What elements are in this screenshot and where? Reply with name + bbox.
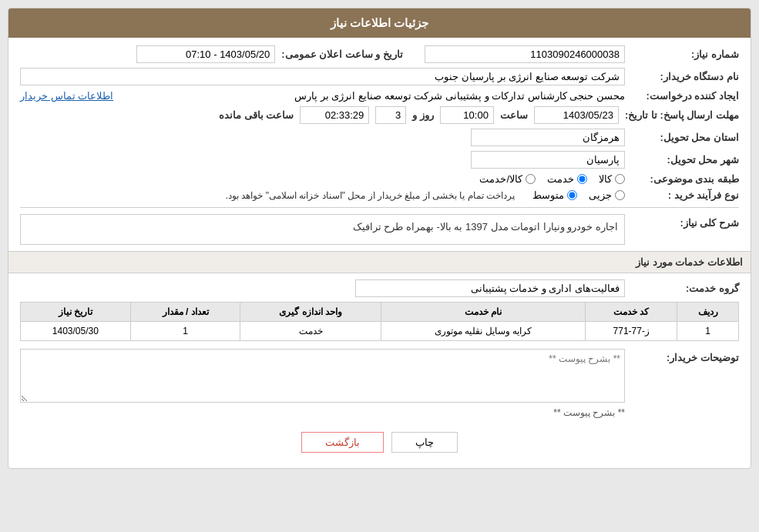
label-khedmat: خدمت <box>547 173 574 185</box>
services-table-header-row: ردیف کد خدمت نام خدمت واحد اندازه گیری ت… <box>21 303 739 322</box>
value-creator: محسن حنجی کارشناس تدارکات و پشتیبانی شرک… <box>119 90 625 102</box>
value-need-number: 1103090246000038 <box>425 45 625 63</box>
row-creator: ایجاد کننده درخواست: محسن حنجی کارشناس ت… <box>20 90 739 102</box>
services-table: ردیف کد خدمت نام خدمت واحد اندازه گیری ت… <box>20 302 739 341</box>
row-deadline: مهلت ارسال پاسخ: تا تاریخ: 1403/05/23 سا… <box>20 106 739 124</box>
deadline-time: 10:00 <box>440 106 494 124</box>
label-city: شهر محل تحویل: <box>631 154 739 166</box>
category-option-1: کالا <box>599 173 625 185</box>
deadline-date: 1403/05/23 <box>534 106 619 124</box>
label-description: شرح کلی نیاز: <box>631 214 739 229</box>
buyer-notes-textarea[interactable] <box>20 349 625 403</box>
services-section-header: اطلاعات خدمات مورد نیاز <box>8 251 751 273</box>
row-buyer-notes: توضیحات خریدار: ** بشرح پیوست ** <box>20 349 739 420</box>
radio-kala-khedmat[interactable] <box>526 174 536 184</box>
label-deadline-time: ساعت <box>500 109 528 121</box>
services-table-head: ردیف کد خدمت نام خدمت واحد اندازه گیری ت… <box>21 303 739 322</box>
label-need-number: شماره نیاز: <box>631 49 739 60</box>
label-jozi: جزیی <box>589 189 612 201</box>
buyer-notes-wrapper: ** بشرح پیوست ** <box>20 349 625 420</box>
label-province: استان محل تحویل: <box>631 132 739 143</box>
label-deadline-remaining: ساعت باقی مانده <box>219 109 294 121</box>
back-button[interactable]: بازگشت <box>301 432 384 453</box>
value-announce: 1403/05/20 - 07:10 <box>136 45 275 63</box>
buyer-notes-hint: ** بشرح پیوست ** <box>20 405 625 420</box>
cell-row: 1 <box>677 322 739 341</box>
row-province: استان محل تحویل: هرمزگان <box>20 129 739 146</box>
label-kala-khedmat: کالا/خدمت <box>479 173 522 185</box>
row-category: طبقه بندی موضوعی: کالا خدمت کالا/خدمت <box>20 173 739 185</box>
purchase-radio-group: جزیی متوسط <box>532 189 625 201</box>
radio-jozi[interactable] <box>615 190 625 200</box>
value-province: هرمزگان <box>471 129 625 146</box>
row-service-group: گروه خدمت: فعالیت‌های اداری و خدمات پشتی… <box>20 279 739 297</box>
divider-1 <box>20 207 739 208</box>
cell-unit: خدمت <box>240 322 381 341</box>
page-container: جزئیات اطلاعات نیاز شماره نیاز: 11030902… <box>0 0 759 532</box>
row-city: شهر محل تحویل: پارسیان <box>20 151 739 169</box>
col-qty: تعداد / مقدار <box>130 303 240 322</box>
col-date: تاریخ نیاز <box>21 303 131 322</box>
radio-kala[interactable] <box>615 174 625 184</box>
deadline-days: 3 <box>375 106 406 124</box>
col-name: نام خدمت <box>381 303 586 322</box>
cell-code: ز-77-771 <box>586 322 677 341</box>
label-service-group: گروه خدمت: <box>631 283 739 294</box>
row-need-number: شماره نیاز: 1103090246000038 تاریخ و ساع… <box>20 45 739 63</box>
radio-khedmat[interactable] <box>577 174 587 184</box>
card-body: شماره نیاز: 1103090246000038 تاریخ و ساع… <box>8 38 751 468</box>
row-purchase-type: نوع فرآیند خرید : جزیی متوسط پرداخت تمام… <box>20 189 739 201</box>
description-box-wrapper: اجاره خودرو ونیارا اتومات مدل 1397 به با… <box>20 214 625 245</box>
row-description: شرح کلی نیاز: اجاره خودرو ونیارا اتومات … <box>20 214 739 245</box>
col-unit: واحد اندازه گیری <box>240 303 381 322</box>
category-option-3: کالا/خدمت <box>479 173 536 185</box>
value-buyer-org: شرکت توسعه صنایع انرژی بر پارسیان جنوب <box>20 68 625 85</box>
services-table-body: 1 ز-77-771 کرایه وسایل نقلیه موتوری خدمت… <box>21 322 739 341</box>
category-option-2: خدمت <box>547 173 587 185</box>
label-category: طبقه بندی موضوعی: <box>631 173 739 185</box>
cell-date: 1403/05/30 <box>21 322 131 341</box>
row-buyer-org: نام دستگاه خریدار: شرکت توسعه صنایع انرژ… <box>20 68 739 85</box>
value-service-group: فعالیت‌های اداری و خدمات پشتیبانی <box>355 279 625 297</box>
description-value: اجاره خودرو ونیارا اتومات مدل 1397 به با… <box>20 214 625 245</box>
table-row: 1 ز-77-771 کرایه وسایل نقلیه موتوری خدمت… <box>21 322 739 341</box>
label-kala: کالا <box>599 173 612 185</box>
contact-link[interactable]: اطلاعات تماس خریدار <box>20 90 113 102</box>
print-button[interactable]: چاپ <box>391 432 458 453</box>
cell-name: کرایه وسایل نقلیه موتوری <box>381 322 586 341</box>
label-buyer-org: نام دستگاه خریدار: <box>631 71 739 82</box>
label-deadline: مهلت ارسال پاسخ: تا تاریخ: <box>625 109 739 121</box>
label-motevaset: متوسط <box>532 189 564 201</box>
category-radio-group: کالا خدمت کالا/خدمت <box>479 173 625 185</box>
payment-note: پرداخت تمام یا بخشی از مبلغ خریدار از مح… <box>226 190 515 201</box>
buttons-row: چاپ بازگشت <box>20 432 739 453</box>
page-title: جزئیات اطلاعات نیاز <box>8 8 751 38</box>
deadline-remaining: 02:33:29 <box>300 106 369 124</box>
col-row: ردیف <box>677 303 739 322</box>
label-announce: تاریخ و ساعت اعلان عمومی: <box>281 49 403 60</box>
purchase-option-1: جزیی <box>589 189 625 201</box>
value-city: پارسیان <box>471 151 625 169</box>
label-creator: ایجاد کننده درخواست: <box>631 90 739 102</box>
cell-qty: 1 <box>130 322 240 341</box>
radio-motevaset[interactable] <box>567 190 577 200</box>
label-deadline-days: روز و <box>412 109 434 121</box>
label-purchase-type: نوع فرآیند خرید : <box>631 189 739 201</box>
main-card: جزئیات اطلاعات نیاز شماره نیاز: 11030902… <box>8 8 751 469</box>
col-code: کد خدمت <box>586 303 677 322</box>
purchase-option-2: متوسط <box>532 189 577 201</box>
label-buyer-notes: توضیحات خریدار: <box>631 349 739 363</box>
